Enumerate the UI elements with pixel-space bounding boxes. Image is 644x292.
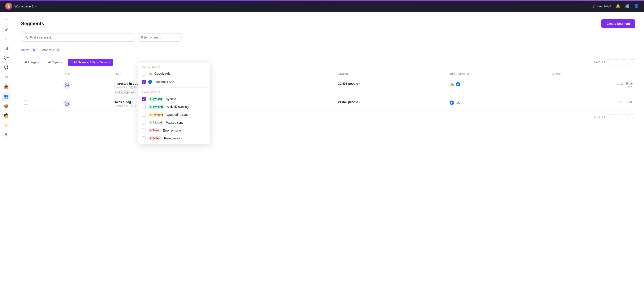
sidebar-item-messages[interactable]: 💬: [2, 53, 10, 62]
google-ads-checkbox[interactable]: [142, 72, 146, 76]
sidebar-item-people[interactable]: 🧑: [2, 111, 10, 120]
main-content: Segments Create Segment 🔍 Filter by tags…: [12, 12, 644, 292]
dropdown-divider: [138, 87, 210, 88]
row-2-people-arrow-icon: ›: [359, 101, 360, 104]
filter-usage-button[interactable]: All Usage ▾: [21, 59, 42, 66]
paused-dot: [150, 122, 152, 124]
pagination-range: 1 – 2 of 2: [594, 61, 606, 64]
dropdown-item-synced[interactable]: Synced Synced: [138, 95, 210, 103]
tab-archived[interactable]: Archived 2: [42, 46, 60, 54]
bottom-prev-button[interactable]: ‹: [614, 114, 620, 120]
sidebar-item-campaigns[interactable]: 📢: [2, 63, 10, 72]
tab-active-badge: 47: [31, 48, 37, 52]
search-input[interactable]: [30, 36, 132, 39]
lists-usage-icon: ☰: [626, 82, 629, 85]
pending-checkbox[interactable]: [142, 113, 146, 117]
lists-usage-icon-2: ☰: [626, 100, 629, 104]
sidebar-item-inbox[interactable]: 📥: [2, 82, 10, 91]
app-logo: 🌟: [5, 3, 12, 10]
filter-usage-label: All Usage: [24, 61, 36, 64]
sidebar-item-dashboard[interactable]: ◎: [2, 24, 10, 33]
help-link[interactable]: ❓ Need help?: [592, 4, 611, 8]
filter-types-button[interactable]: All Types ▾: [45, 59, 66, 66]
dropdown-item-paused[interactable]: Paused Paused sync: [138, 119, 210, 127]
sidebar-expand[interactable]: »: [2, 15, 10, 24]
search-box: 🔍: [21, 33, 135, 42]
speaker-icon: 📢: [4, 65, 8, 70]
row-2-checkbox[interactable]: [24, 100, 28, 105]
row-2-name-arrow-icon: ›: [132, 101, 133, 104]
row-2-google-ads-icon: [456, 100, 460, 105]
dropdown-item-pending[interactable]: Pending Queued to sync: [138, 111, 210, 119]
facebook-ads-label: Facebook Ads: [154, 80, 174, 84]
profile-button[interactable]: 👤: [634, 4, 639, 8]
pagination-next-button[interactable]: ›: [622, 59, 628, 65]
pagination: 1 – 2 of 2 « ‹ › »: [594, 59, 635, 65]
syncing-checkbox[interactable]: [142, 105, 146, 109]
sidebar-item-monitor[interactable]: 🖥: [2, 73, 10, 81]
sidebar-item-charts[interactable]: 📊: [2, 44, 10, 52]
row-2-campaigns-count: 3: [622, 100, 624, 104]
sidebar-item-layers[interactable]: ≡: [2, 34, 10, 43]
bottom-next-button[interactable]: ›: [622, 114, 628, 120]
facebook-ads-checkbox[interactable]: [142, 80, 146, 84]
error-checkbox[interactable]: [142, 129, 146, 133]
bottom-last-button[interactable]: »: [629, 114, 635, 120]
dropdown-item-failed[interactable]: Failed Failed to sync: [138, 135, 210, 142]
database-icon: 🗄: [4, 133, 8, 137]
notifications-button[interactable]: 🔔: [616, 4, 620, 8]
error-label: Error syncing: [163, 129, 181, 132]
paused-checkbox[interactable]: [142, 121, 146, 125]
tab-active[interactable]: Active 47: [21, 46, 37, 54]
filter-ad-network-button[interactable]: 1 Ad Network, 1 Sync Status ▾: [68, 59, 113, 66]
table-row: Owns a dog › Created Nov 14, 2017 | Last…: [21, 97, 635, 111]
failed-checkbox[interactable]: [142, 136, 146, 140]
bottom-pagination-range: 1 – 2 of 2: [594, 116, 606, 119]
pending-label: Queued to sync: [167, 113, 188, 117]
sidebar-item-box[interactable]: 📦: [2, 102, 10, 110]
layers-icon: ≡: [5, 37, 7, 40]
select-all-checkbox[interactable]: [24, 72, 28, 76]
campaigns-usage-icon: ◷: [617, 82, 619, 85]
dropdown-item-google-ads[interactable]: Google Ads: [138, 69, 210, 78]
create-segment-button[interactable]: Create Segment: [601, 19, 635, 28]
sidebar-item-database[interactable]: 🗄: [2, 131, 10, 139]
row-2-facebook-icon: [449, 100, 454, 105]
campaigns-usage-icon-2: ◷: [618, 100, 621, 104]
filter-dropdown-menu: Ad Network Google Ads Facebook Ads Sync …: [138, 61, 210, 144]
synced-badge: Synced: [148, 97, 164, 101]
row-1-type-icon: [63, 82, 70, 89]
settings-button[interactable]: ⚙️: [625, 4, 630, 8]
dashboard-icon: ◎: [4, 26, 8, 31]
error-badge: Error: [148, 129, 161, 133]
filter-tags-dropdown[interactable]: Filter by tags... ⌄: [138, 33, 182, 42]
row-1-other-count: 1: [631, 86, 632, 89]
pagination-prev-button[interactable]: ‹: [614, 59, 620, 65]
row-1-usage: ◷ 10 ☰ 19 ⊙ 1: [552, 82, 632, 89]
synced-label: Synced: [166, 97, 176, 101]
dropdown-item-error[interactable]: Error Error syncing: [138, 127, 210, 135]
bottom-first-button[interactable]: «: [607, 114, 613, 120]
row-1-people: 10,405 people ›: [338, 82, 444, 85]
sync-status-section-label: Sync Status: [138, 89, 210, 95]
row-2-usage: ◷ 3 ☰ 56: [552, 100, 632, 104]
pagination-first-button[interactable]: «: [607, 59, 613, 65]
dropdown-item-facebook-ads[interactable]: Facebook Ads: [138, 78, 210, 86]
failed-label: Failed to sync: [164, 137, 183, 140]
google-ads-label: Google Ads: [154, 72, 170, 75]
sidebar-item-segments[interactable]: 👥: [2, 92, 10, 101]
synced-checkbox[interactable]: [142, 97, 146, 101]
workspace-selector[interactable]: Workspace 1 ⌄: [14, 4, 37, 8]
help-circle-icon: ❓: [592, 4, 595, 8]
row-1-checkbox[interactable]: [24, 82, 28, 86]
row-1-campaigns-count: 10: [620, 82, 623, 85]
sidebar-item-activity[interactable]: ⚡: [2, 121, 10, 130]
segments-icon: 👥: [4, 94, 8, 99]
dropdown-item-syncing[interactable]: Syncing Actively syncing: [138, 103, 210, 111]
tab-archived-label: Archived: [42, 48, 54, 52]
col-type: TYPE: [61, 69, 111, 79]
row-2-ad-icons: [449, 100, 547, 105]
syncing-badge: Syncing: [148, 105, 164, 109]
pagination-last-button[interactable]: »: [629, 59, 635, 65]
error-dot: [150, 130, 152, 131]
